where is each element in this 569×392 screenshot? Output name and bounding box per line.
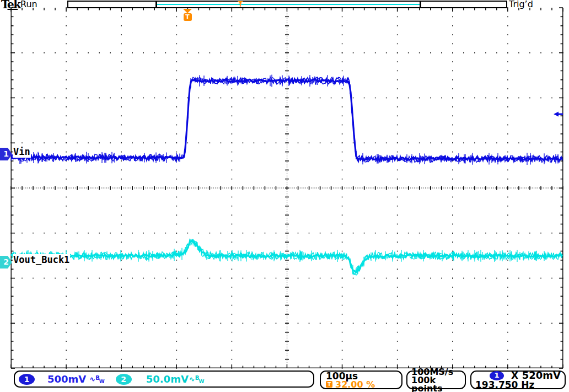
oscilloscope-screen: Tek Run Trig’d T T 1 2 Vin Vout_Buck1 1 … — [0, 0, 569, 392]
trigger-position-marker[interactable]: T — [182, 9, 192, 21]
trigger-t-badge: T — [184, 13, 192, 21]
channel2-trace-label: Vout_Buck1 — [13, 254, 70, 266]
channel1-scale: 500mV — [47, 373, 86, 385]
record-waveform-indicator — [157, 4, 420, 5]
record-view-bar[interactable]: T — [67, 1, 507, 8]
trigger-t-label: T — [237, 3, 244, 7]
acquisition-readout[interactable]: 100MS/s 100k points — [406, 370, 466, 389]
record-length: 100k points — [411, 376, 461, 392]
record-trigger-marker-icon: T — [237, 1, 244, 7]
trigger-t-icon: T — [326, 381, 332, 388]
horizontal-readout[interactable]: 100µs T 32.00 % — [320, 370, 402, 389]
trigger-level-value: 520mV — [522, 371, 561, 380]
bw-w: W — [99, 379, 105, 384]
ac-coupling-icon: ∿ — [189, 375, 195, 383]
bandwidth-limit-icon: BW — [195, 373, 205, 385]
scope-display — [0, 0, 569, 392]
record-window-left-bracket — [155, 2, 157, 7]
trigger-status: Trig’d — [509, 0, 533, 9]
vertical-scale-readout[interactable]: 1 500mV ∿ BW 2 50.0mV ∿ BW — [14, 370, 314, 388]
channel2-badge[interactable]: 2 — [116, 374, 132, 385]
trigger-slope-icon: X — [511, 371, 518, 380]
bw-w: W — [198, 379, 204, 384]
trigger-frequency: 193.750 Hz — [475, 380, 561, 389]
trigger-source-badge[interactable]: 1 — [490, 371, 504, 380]
channel1-trace-label: Vin — [13, 146, 31, 158]
graticule — [10, 7, 563, 369]
ac-coupling-icon: ∿ — [89, 375, 95, 383]
record-window-right-bracket — [420, 2, 421, 7]
trigger-readout[interactable]: 1 X 520mV 193.750 Hz — [470, 370, 566, 389]
bandwidth-limit-icon: BW — [95, 373, 105, 385]
triangle-down-icon — [183, 9, 192, 13]
acquisition-status: Run — [20, 0, 37, 9]
trigger-position-percent: 32.00 % — [335, 380, 375, 389]
channel1-badge[interactable]: 1 — [19, 374, 35, 385]
tek-logo-underline — [7, 9, 18, 10]
channel2-scale: 50.0mV — [146, 373, 189, 385]
